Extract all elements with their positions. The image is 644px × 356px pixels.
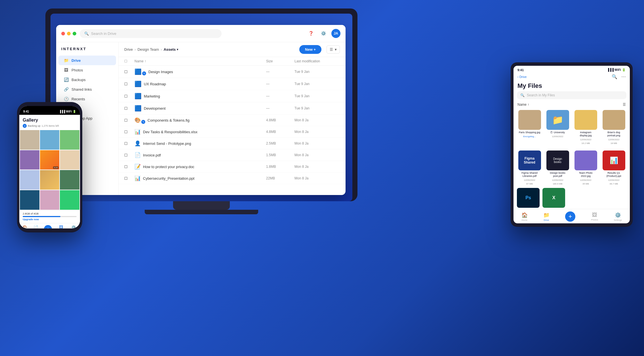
row-size: 1.8MB — [266, 165, 294, 169]
tablet-file-item[interactable]: Designbooks Design books post.pdf 12/09/… — [545, 151, 570, 185]
row-checkbox[interactable]: ☐ — [124, 165, 134, 169]
add-button[interactable]: + — [565, 211, 575, 222]
photo-cell[interactable] — [20, 130, 39, 150]
phone-nav-add[interactable]: + — [44, 225, 52, 228]
sidebar-label-backups: Backups — [71, 78, 86, 82]
row-checkbox[interactable]: ☐ — [124, 118, 134, 122]
avatar[interactable]: JA — [331, 29, 340, 38]
file-row[interactable]: ☐ 🟦 Marketing — Tue 9 Jan — [119, 90, 346, 102]
row-checkbox[interactable]: ☐ — [124, 94, 134, 98]
phone-nav-photos[interactable]: 🖼 Photos — [58, 225, 64, 228]
tablet-file-name: Instagram display.jpg — [574, 131, 597, 137]
breadcrumb-design-team[interactable]: Design Team — [138, 47, 159, 52]
photo-cell[interactable] — [20, 190, 39, 210]
breadcrumb-drive[interactable]: Drive — [124, 47, 133, 52]
row-checkbox[interactable]: ☐ — [124, 106, 134, 111]
phone-nav-files[interactable]: 📄 Files — [33, 225, 38, 228]
fullscreen-button[interactable] — [73, 32, 76, 35]
row-checkbox[interactable]: ☐ — [124, 176, 134, 181]
file-row[interactable]: ☐ 📝 How to protect your privacy.doc 1.8M… — [119, 161, 346, 173]
row-size: 2.5MB — [266, 141, 294, 145]
row-date: Mon 8 Ja — [294, 118, 340, 122]
tablet-file-item[interactable]: X — [542, 188, 565, 208]
photo-cell[interactable] — [20, 170, 39, 190]
tablet-file-item[interactable]: Ps — [517, 188, 540, 208]
tablet-view-icon[interactable]: ☰ — [623, 103, 626, 107]
minimize-button[interactable] — [67, 32, 71, 35]
file-row[interactable]: ☐ 🟦 Development — Tue 9 Jan — [119, 102, 346, 115]
sidebar-item-backups[interactable]: 🔄 Backups — [58, 75, 116, 84]
search-bar[interactable]: 🔍 Search in Drive — [80, 29, 222, 38]
row-checkbox[interactable]: ☐ — [124, 153, 134, 157]
photo-cell[interactable] — [40, 130, 60, 150]
tablet-nav-drive[interactable]: 📁 Drive — [543, 212, 550, 221]
photo-cell[interactable] — [40, 170, 60, 190]
row-checkbox[interactable]: ☐ — [124, 82, 134, 86]
row-checkbox[interactable]: ☐ — [124, 130, 134, 134]
sidebar-item-photos[interactable]: 🖼 Photos — [58, 65, 116, 75]
sidebar-item-drive[interactable]: 📁 Drive — [58, 56, 116, 65]
tablet-nav-home[interactable]: 🏠 Home — [521, 212, 528, 221]
settings-icon[interactable]: ⚙️ — [319, 29, 328, 38]
tablet-more-icon[interactable]: ⋯ — [621, 74, 626, 79]
help-icon[interactable]: ❓ — [306, 29, 315, 38]
tablet-file-item[interactable]: Instagram display.jpg 12/09/2022 16.2 MB — [573, 110, 598, 148]
photo-cell[interactable] — [60, 130, 79, 150]
tablet-nav-add[interactable]: + — [565, 211, 575, 222]
tablet-nav-photos[interactable]: 🖼 Photos — [591, 212, 598, 221]
search-input[interactable]: Search in Drive — [91, 31, 116, 36]
tablet-search-icon[interactable]: 🔍 — [612, 74, 617, 79]
phone-nav-settings[interactable]: ⚙️ Settings — [70, 225, 77, 228]
tablet-file-item[interactable]: Team Photo 2022.jpg 12/09/2022 35 MB — [573, 151, 598, 185]
tablet-search[interactable]: 🔍 Search in My Files — [517, 91, 626, 99]
tablet-back-button[interactable]: ‹ Drive — [517, 75, 527, 79]
sidebar-item-shared-links[interactable]: 🔗 Shared links — [58, 84, 116, 94]
close-button[interactable] — [61, 32, 65, 35]
tablet-file-item[interactable]: Brian's dog portrait.png 12/09/2022 18 M… — [601, 110, 626, 148]
phone-nav-home[interactable]: 🏠 Home — [22, 225, 28, 228]
file-row[interactable]: ☐ 🟦 ✎ Design Images — Tue 9 Jan — [119, 66, 346, 78]
file-row[interactable]: ☐ 🟦 UX Roadmap — Tue 9 Jan — [119, 78, 346, 90]
tablet-file-size: 18 MB — [611, 142, 617, 145]
tablet-file-item[interactable]: Paris Shopping.jpg Encrypting... — [517, 110, 542, 148]
tablet-file-size: 87 MB — [526, 183, 533, 185]
tablet-nav-settings[interactable]: ⚙️ Settings — [614, 212, 622, 221]
new-button[interactable]: New + — [299, 45, 321, 54]
file-row[interactable]: ☐ 👤 Internxt Send - Prototype.png 2.5MB … — [119, 138, 346, 149]
row-size: 22MB — [266, 176, 294, 180]
tablet-file-item[interactable]: 📁 🗒 University 12/09/2022 — [545, 110, 570, 148]
upgrade-link[interactable]: Upgrade now — [23, 218, 77, 221]
view-toggle[interactable]: ☰ ▾ — [327, 45, 340, 54]
file-list-header: ☐ Name ↑ Size Last modification — [119, 57, 346, 66]
photo-cell[interactable]: 0:24 — [40, 150, 60, 170]
recents-icon: 🕐 — [64, 97, 69, 101]
photo-cell[interactable] — [60, 170, 79, 190]
row-checkbox[interactable]: ☐ — [124, 141, 134, 146]
tablet-name-header[interactable]: Name ↑ — [517, 103, 529, 107]
photo-cell[interactable] — [40, 190, 60, 210]
photo-cell[interactable] — [20, 150, 39, 170]
tablet-file-thumb: Designbooks — [546, 151, 569, 170]
tablet-signal: ▐▐▐ WiFi 🔋 — [607, 68, 626, 72]
col-size-header[interactable]: Size — [266, 59, 294, 63]
row-checkbox[interactable]: ☐ — [124, 70, 134, 74]
phone-time: 9:41 — [23, 110, 29, 113]
image-icon: 👤 — [134, 140, 141, 147]
col-name-header[interactable]: Name ↑ — [134, 59, 266, 63]
view-dropdown-icon: ▾ — [335, 47, 337, 52]
row-date: Mon 8 Ja — [294, 165, 340, 169]
col-date-header[interactable]: Last modification — [294, 59, 340, 63]
file-row[interactable]: ☐ 📄 Invoice.pdf 1.5MB Mon 8 Ja — [119, 149, 346, 161]
file-row[interactable]: ☐ 📊 Dev Tasks & Responsibilities.xlsx 4.… — [119, 126, 346, 138]
breadcrumb-assets[interactable]: Assets ▾ — [164, 47, 178, 52]
tablet-file-item[interactable]: 📊 Results Q1 (Product).ppt 12/09/2022 48… — [601, 151, 626, 185]
photo-cell[interactable] — [60, 190, 79, 210]
file-row[interactable]: ☐ 🎨 ✎ Components & Tokens.fig 4.8MB Mon … — [119, 115, 346, 126]
gallery-sub: ⏸ Backing up 1,275 items left — [19, 124, 80, 130]
storage-label: 2.8GB of 4GB — [23, 212, 77, 215]
add-button[interactable]: + — [44, 225, 52, 228]
tablet-excel-thumb: X — [542, 188, 565, 208]
photo-cell[interactable] — [60, 150, 79, 170]
tablet-file-item[interactable]: FigmaShared Figma Shared Libraries.pdf 1… — [517, 151, 542, 185]
file-row[interactable]: ☐ 📊 Cybersecurity_Presentation.ppt 22MB … — [119, 173, 346, 184]
